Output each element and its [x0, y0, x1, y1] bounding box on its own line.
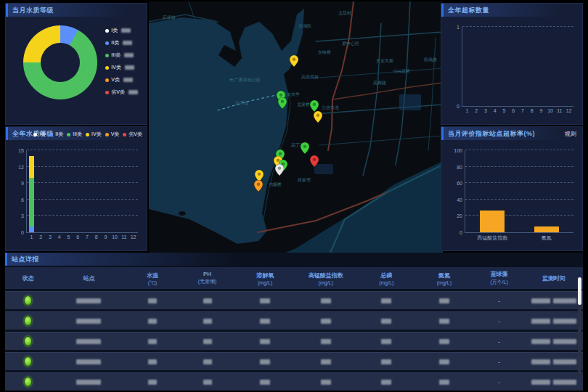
bar[interactable]: [29, 150, 34, 232]
bar[interactable]: [480, 150, 505, 232]
table-row[interactable]: -: [5, 332, 583, 350]
station-pin-white[interactable]: [275, 164, 284, 176]
redacted-value: [381, 380, 391, 385]
column-header-溶解氧: 溶解氧(mg/L): [236, 271, 294, 285]
rules-link[interactable]: 规则: [565, 130, 582, 138]
table-row[interactable]: -: [5, 291, 583, 309]
y-axis-tick: 80: [457, 164, 462, 169]
legend-dot: [105, 78, 109, 82]
legend-item-IV类[interactable]: IV类: [86, 131, 102, 138]
cell-高锰酸盐指数: [294, 319, 358, 324]
station-pin-green[interactable]: [301, 142, 309, 154]
station-pin-green[interactable]: [310, 100, 319, 112]
legend-item-V类[interactable]: V类: [105, 76, 138, 83]
redacted-value: [260, 298, 270, 303]
station-pin-red[interactable]: [310, 155, 319, 167]
y-axis-tick: 12: [18, 164, 24, 169]
yearly-grade-chart: 03691215123456789101112: [26, 150, 138, 233]
column-header-line1: 高锰酸盐指数: [309, 271, 343, 279]
legend-dot: [105, 66, 109, 70]
legend-item-劣V类[interactable]: 劣V类: [105, 89, 138, 96]
cell-状态: [5, 336, 52, 346]
bar-segment: [29, 156, 34, 178]
station-pin-yellow[interactable]: [290, 55, 298, 67]
bar[interactable]: [534, 150, 559, 232]
table-row[interactable]: -: [5, 311, 583, 330]
cell-PH: [179, 359, 237, 364]
legend-label: IV类: [111, 64, 121, 71]
legend-label: I类: [111, 27, 118, 34]
x-axis-tick: 3: [481, 108, 491, 113]
map-base: [149, 1, 443, 253]
redacted-value: [260, 339, 270, 344]
legend-item-劣V类[interactable]: 劣V类: [123, 131, 142, 138]
redacted-value: [381, 359, 391, 364]
water-quality-dashboard: 当月水质等级 I类II类III类IV类V类劣V类 全年水质等级 I类II类III…: [0, 0, 588, 392]
y-axis-tick: 40: [457, 197, 462, 202]
legend-label: III类: [111, 52, 121, 59]
redacted-value: [439, 298, 449, 303]
legend-item-III类[interactable]: III类: [105, 52, 138, 59]
cell-蓝绿藻: -: [473, 338, 526, 345]
redacted-value: [76, 380, 101, 385]
legend-label: II类: [111, 39, 119, 46]
redacted-value: [531, 319, 550, 324]
y-axis-tick: 100: [454, 148, 462, 153]
legend-item-V类[interactable]: V类: [105, 131, 120, 138]
cell-高锰酸盐指数: [294, 298, 358, 303]
legend-item-II类[interactable]: II类: [105, 39, 138, 46]
column-header-line1: PH: [203, 271, 211, 277]
cell-溶解氧: [236, 380, 294, 385]
table-row[interactable]: -: [5, 372, 583, 391]
legend-item-I类[interactable]: I类: [33, 131, 46, 138]
panel-yearly-grade: 全年水质等级 I类II类III类IV类V类劣V类 036912151234567…: [5, 126, 147, 251]
bar-segment: [534, 226, 559, 232]
column-header-unit: (mg/L): [258, 280, 272, 285]
cell-总磷: [358, 380, 416, 385]
y-axis-tick: 6: [21, 197, 24, 202]
x-axis-tick: 1: [27, 234, 36, 240]
redacted-value: [148, 298, 157, 303]
redacted-value: [123, 41, 132, 45]
legend-item-III类[interactable]: III类: [67, 131, 82, 138]
column-header-line1: 状态: [23, 274, 34, 282]
station-pin-yellow[interactable]: [314, 111, 322, 123]
redacted-value: [439, 380, 449, 385]
legend-item-I类[interactable]: I类: [105, 27, 138, 34]
legend-item-IV类[interactable]: IV类: [105, 64, 138, 71]
redacted-value: [321, 319, 331, 324]
legend-item-II类[interactable]: II类: [49, 131, 63, 138]
legend-dot: [123, 133, 126, 136]
table-scrollbar-track[interactable]: [578, 277, 581, 375]
gridline: [27, 150, 138, 150]
panel-header: 站点详报: [5, 253, 583, 266]
x-axis-tick: 1: [462, 108, 472, 113]
redacted-value: [553, 380, 576, 385]
x-axis: 123456789101112: [27, 234, 138, 240]
table-row[interactable]: -: [5, 352, 583, 370]
x-axis-tick: 9: [536, 108, 546, 113]
panel-monthly-rate: 当月评价指标站点超标率(%) 规则 020406080100高锰酸盐指数氨氮: [441, 126, 583, 251]
legend-dot: [86, 133, 89, 136]
cell-监测时间: [525, 339, 583, 344]
cell-状态: [5, 295, 52, 306]
y-axis-tick: 0: [457, 104, 460, 109]
table-scrollbar-thumb[interactable]: [578, 277, 581, 305]
legend-dot: [67, 133, 70, 136]
cell-水温: [126, 380, 179, 385]
redacted-value: [439, 339, 449, 344]
redacted-value: [260, 380, 270, 385]
cell-监测时间: [525, 298, 583, 303]
column-header-line1: 监测时间: [542, 274, 565, 282]
legend-dot: [105, 54, 109, 57]
cell-站点: [52, 359, 126, 364]
station-pin-orange[interactable]: [254, 180, 263, 192]
table-body: -----: [5, 291, 583, 391]
gridline: [27, 166, 138, 167]
legend-label: V类: [111, 131, 120, 138]
donut-chart[interactable]: [23, 25, 97, 99]
station-pin-green[interactable]: [278, 97, 287, 109]
map-canvas[interactable]: 石凌岭五星村滨湖区梁中心区东绛桥天安大桥机场路小白花桥高浪西路吴都路长广溪湿地公…: [149, 1, 443, 253]
cell-水温: [126, 298, 179, 303]
legend-label: IV类: [91, 131, 102, 138]
